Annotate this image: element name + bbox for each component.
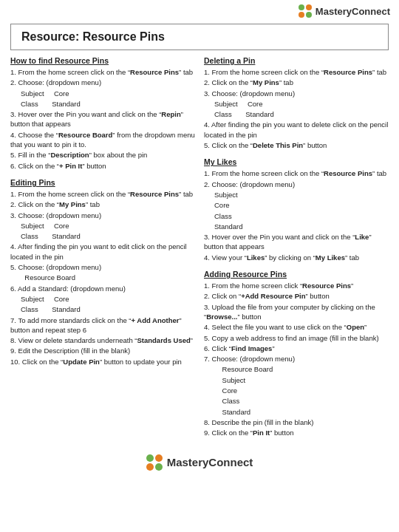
ep-13: 8. View or delete standards underneath “… xyxy=(10,335,195,345)
logo-dot-bl xyxy=(299,12,304,18)
htf-8: 6. Click on the “+ Pin It” button xyxy=(10,161,195,171)
arp-3: 3. Upload the file from your computer by… xyxy=(204,302,389,322)
footer-logo-text: MasteryConnect xyxy=(167,456,253,468)
ep-1: 1. From the home screen click on the “Re… xyxy=(10,189,195,199)
top-header: MasteryConnect xyxy=(0,0,399,21)
footer-dot-bl xyxy=(146,463,154,471)
section-deleting-pin: Deleting a Pin 1. From the home screen c… xyxy=(204,56,389,150)
dp-2: 2. Click on the “My Pins” tab xyxy=(204,78,389,87)
ep-5: Class Standard xyxy=(10,231,195,241)
title-box: Resource: Resource Pins xyxy=(10,24,389,50)
ep-2: 2. Click on the “My Pins” tab xyxy=(10,200,195,209)
htf-2: 2. Choose: (dropdown menu) xyxy=(10,78,195,87)
ml-6: Standard xyxy=(204,222,389,231)
arp-6: 6. Click “Find Images” xyxy=(204,344,389,353)
footer-dot-br xyxy=(155,463,163,471)
ml-7: 3. Hover over the Pin you want and click… xyxy=(204,232,389,252)
ep-15: 10. Click on the “Update Pin” button to … xyxy=(10,357,195,366)
footer-logo-dots-icon xyxy=(146,454,163,471)
ep-3: 3. Choose: (dropdown menu) xyxy=(10,211,195,220)
ml-1: 1. From the home screen click on the “Re… xyxy=(204,168,389,178)
section-my-likes-title: My Likes xyxy=(204,157,389,166)
htf-6: 4. Choose the “Resource Board” from the … xyxy=(10,130,195,150)
header-logo-text: MasteryConnect xyxy=(316,6,390,17)
section-my-likes: My Likes 1. From the home screen click o… xyxy=(204,157,389,262)
content-area: How to find Resource Pins 1. From the ho… xyxy=(0,56,399,446)
arp-11: Class xyxy=(204,396,389,406)
ml-4: Core xyxy=(204,200,389,210)
page-title: Resource: Resource Pins xyxy=(21,30,378,44)
section-editing-pins-title: Editing Pins xyxy=(10,178,195,187)
htf-7: 5. Fill in the “Description” box about t… xyxy=(10,150,195,160)
dp-1: 1. From the home screen click on the “Re… xyxy=(204,67,389,77)
ep-10: Subject Core xyxy=(10,294,195,304)
logo-dots-icon xyxy=(299,4,312,18)
footer-dot-tl xyxy=(146,454,154,462)
section-how-to-find-title: How to find Resource Pins xyxy=(10,56,195,65)
dp-4: Subject Core xyxy=(204,99,389,109)
htf-1: 1. From the home screen click on the “Re… xyxy=(10,67,195,77)
arp-13: 8. Describe the pin (fill in the blank) xyxy=(204,417,389,427)
htf-4: Class Standard xyxy=(10,99,195,109)
ep-8: Resource Board xyxy=(10,273,195,282)
logo-dot-br xyxy=(306,12,312,18)
ep-4: Subject Core xyxy=(10,221,195,231)
header-logo: MasteryConnect xyxy=(299,4,390,18)
arp-7: 7. Choose: (dropdown menu) xyxy=(204,354,389,364)
footer-dot-tr xyxy=(155,454,163,462)
arp-14: 9. Click on the “Pin It” button xyxy=(204,428,389,437)
dp-3: 3. Choose: (dropdown menu) xyxy=(204,89,389,98)
right-column: Deleting a Pin 1. From the home screen c… xyxy=(204,56,389,446)
arp-9: Subject xyxy=(204,375,389,385)
ep-12: 7. To add more standards click on the “+… xyxy=(10,316,195,335)
dp-6: 4. After finding the pin you want to del… xyxy=(204,120,389,140)
section-how-to-find: How to find Resource Pins 1. From the ho… xyxy=(10,56,195,171)
ep-14: 9. Edit the Description (fill in the bla… xyxy=(10,346,195,355)
section-adding-resource-pins: Adding Resource Pins 1. From the home sc… xyxy=(204,270,389,437)
arp-1: 1. From the home screen click “Resource … xyxy=(204,281,389,290)
footer: MasteryConnect xyxy=(0,449,399,475)
ep-9: 6. Add a Standard: (dropdown menu) xyxy=(10,284,195,293)
section-adding-resource-pins-title: Adding Resource Pins xyxy=(204,270,389,279)
htf-5: 3. Hover over the Pin you want and click… xyxy=(10,109,195,129)
arp-4: 4. Select the file you want to use click… xyxy=(204,322,389,332)
ml-3: Subject xyxy=(204,190,389,200)
ep-6: 4. After finding the pin you want to edi… xyxy=(10,242,195,262)
arp-10: Core xyxy=(204,386,389,395)
ml-2: 2. Choose: (dropdown menu) xyxy=(204,180,389,189)
ep-11: Class Standard xyxy=(10,304,195,314)
logo-dot-tr xyxy=(306,4,312,10)
htf-3: Subject Core xyxy=(10,89,195,98)
arp-2: 2. Click on “+Add Resource Pin” button xyxy=(204,291,389,301)
ml-5: Class xyxy=(204,211,389,221)
ep-7: 5. Choose: (dropdown menu) xyxy=(10,262,195,272)
dp-7: 5. Click on the “Delete This Pin” button xyxy=(204,140,389,150)
left-column: How to find Resource Pins 1. From the ho… xyxy=(10,56,195,446)
logo-dot-tl xyxy=(299,4,304,10)
arp-5: 5. Copy a web address to find an image (… xyxy=(204,333,389,343)
arp-8: Resource Board xyxy=(204,364,389,374)
arp-12: Standard xyxy=(204,407,389,417)
dp-5: Class Standard xyxy=(204,109,389,119)
section-editing-pins: Editing Pins 1. From the home screen cli… xyxy=(10,178,195,366)
ml-8: 4. View your “Likes” by clicking on “My … xyxy=(204,253,389,262)
section-deleting-pin-title: Deleting a Pin xyxy=(204,56,389,65)
